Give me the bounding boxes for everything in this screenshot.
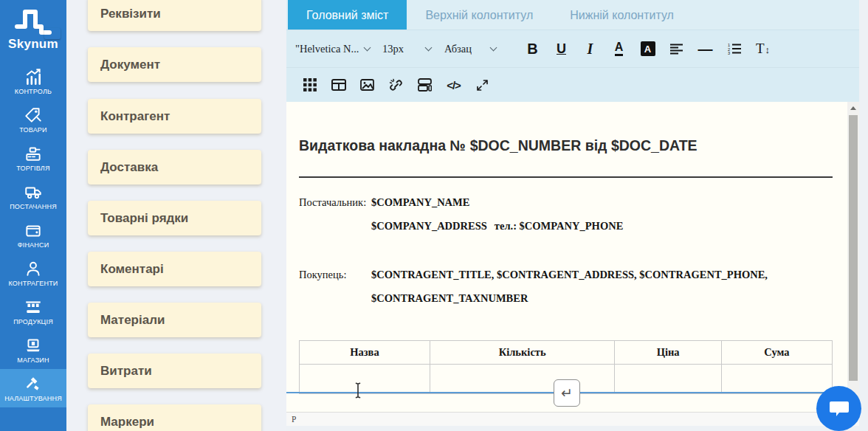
- fullscreen-icon: [476, 79, 489, 92]
- panel-button-markers[interactable]: Маркери: [88, 404, 261, 431]
- editor-toolbar-format: "Helvetica N... 13px Абзац B U I A A — 1…: [286, 30, 859, 68]
- col-header-quantity[interactable]: Кількість: [430, 341, 615, 365]
- code-icon: </>: [447, 79, 461, 92]
- panel-button-contractor[interactable]: Контрагент: [88, 99, 261, 134]
- sidebar-item-production[interactable]: ПРОДУКЦІЯ: [0, 292, 66, 331]
- tab-main-content[interactable]: Головний зміст: [288, 0, 407, 30]
- align-button[interactable]: [662, 34, 691, 63]
- enter-icon: ↵: [561, 385, 573, 401]
- tools-icon: [24, 374, 43, 393]
- sidebar-item-label: ФІНАНСИ: [18, 241, 49, 249]
- scrollbar-up-button[interactable]: [847, 102, 859, 114]
- chevron-down-icon: [490, 44, 497, 52]
- ordered-list-button[interactable]: 1 2 3: [720, 34, 748, 63]
- cell-sum[interactable]: [721, 365, 832, 394]
- supplier-label: Постачальник:: [299, 196, 371, 209]
- background-color-button[interactable]: A: [633, 34, 662, 63]
- line-height-button[interactable]: T↕: [748, 34, 777, 63]
- chevron-down-icon: [425, 44, 433, 52]
- scroll-up-icon: [850, 106, 856, 110]
- sidebar-item-trade[interactable]: ТОРГІВЛЯ: [0, 139, 66, 177]
- panel-button-materials[interactable]: Матеріали: [88, 303, 261, 337]
- editor-scrollbar[interactable]: [847, 102, 859, 412]
- image-icon: [360, 79, 374, 91]
- fullscreen-button[interactable]: [468, 71, 497, 99]
- sidebar-item-finance[interactable]: ФІНАНСИ: [0, 216, 66, 254]
- font-size-value: 13px: [382, 43, 404, 55]
- font-family-dropdown[interactable]: "Helvetica N...: [295, 43, 382, 55]
- chat-widget-button[interactable]: [816, 386, 861, 431]
- underline-button[interactable]: U: [547, 34, 576, 63]
- sidebar-item-label: КОНТРАГЕНТИ: [8, 280, 58, 287]
- insert-table-button[interactable]: [324, 71, 353, 99]
- panel-button-expenses[interactable]: Витрати: [88, 354, 261, 388]
- align-left-icon: [669, 44, 683, 55]
- document-canvas[interactable]: Видаткова накладна № $DOC_NUMBER від $DO…: [286, 102, 859, 412]
- horizontal-rule-button[interactable]: —: [691, 34, 720, 63]
- sidebar-item-label: МАГАЗИН: [17, 356, 49, 364]
- cell-quantity[interactable]: [430, 365, 615, 394]
- price-tag-icon: [24, 106, 43, 125]
- tab-footer[interactable]: Нижній колонтитул: [551, 0, 692, 30]
- supplier-phone-variable: $COMPANY_PHONE: [520, 220, 624, 232]
- cell-price[interactable]: [615, 365, 721, 394]
- variables-grid-button[interactable]: [295, 71, 324, 99]
- sidebar-item-supply[interactable]: ПОСТАЧАННЯ: [0, 177, 66, 216]
- ukraine-flag-icon: [44, 28, 61, 39]
- paragraph-format-value: Абзац: [444, 43, 472, 55]
- editor-statusbar: P: [286, 412, 859, 426]
- col-header-name[interactable]: Назва: [300, 341, 430, 365]
- font-family-value: "Helvetica N...: [295, 43, 359, 55]
- buyer-variables-line1: $CONTRAGENT_TITLE, $CONTRAGENT_ADDRESS, …: [371, 269, 768, 281]
- col-header-sum[interactable]: Сума: [721, 341, 832, 365]
- source-code-button[interactable]: </>: [439, 71, 468, 99]
- text-cursor-icon: [354, 382, 362, 399]
- panel-button-requisites[interactable]: Реквізити: [88, 0, 261, 31]
- horizontal-rule-icon: —: [698, 41, 713, 58]
- sidebar-item-goods[interactable]: ТОВАРИ: [0, 100, 66, 139]
- brand-name: Skynum: [0, 37, 66, 52]
- bold-button[interactable]: B: [518, 34, 547, 63]
- divider: [299, 176, 833, 178]
- panel-button-delivery[interactable]: Доставка: [88, 150, 261, 185]
- page-layout-icon: [418, 78, 432, 92]
- line-height-icon: T↕: [756, 41, 770, 57]
- scrollbar-thumb[interactable]: [849, 115, 858, 381]
- sidebar-item-control[interactable]: КОНТРОЛЬ: [0, 62, 66, 100]
- buyer-row: Покупець: $CONTRAGENT_TITLE, $CONTRAGENT…: [299, 269, 768, 281]
- sidebar-item-contractors[interactable]: КОНТРАГЕНТИ: [0, 254, 66, 292]
- supplier-address-variable: $COMPANY_ADDRESS: [371, 220, 487, 232]
- page-sections-button[interactable]: [410, 71, 439, 99]
- paragraph-format-dropdown[interactable]: Абзац: [444, 43, 518, 55]
- document-title: Видаткова накладна № $DOC_NUMBER від $DO…: [299, 137, 698, 154]
- insert-image-button[interactable]: [353, 71, 382, 99]
- table-header-row: Назва Кількість Ціна Сума: [300, 341, 833, 365]
- delivery-truck-icon: [24, 182, 43, 201]
- panel-button-document[interactable]: Документ: [88, 47, 261, 82]
- col-header-price[interactable]: Ціна: [615, 341, 721, 365]
- insert-paragraph-button[interactable]: ↵: [554, 379, 580, 407]
- skynum-logo[interactable]: Skynum: [0, 0, 66, 52]
- sidebar-item-shop[interactable]: МАГАЗИН: [0, 331, 66, 369]
- supplier-address-row: $COMPANY_ADDRESSтел.: $COMPANY_PHONE: [371, 220, 623, 232]
- sidebar-item-settings[interactable]: НАЛАШТУВАННЯ: [0, 369, 66, 407]
- unlink-icon: [389, 78, 403, 92]
- chart-growth-icon: [24, 67, 43, 86]
- production-line-icon: [24, 297, 43, 317]
- sidebar: Skynum КОНТРОЛЬ ТОВАРИ ТОРГІ: [0, 0, 66, 431]
- svg-text:3: 3: [728, 51, 730, 55]
- template-sections-panel: Реквізити Документ Контрагент Доставка Т…: [66, 0, 286, 431]
- panel-button-comments[interactable]: Коментарі: [88, 252, 261, 286]
- wallet-icon: [24, 221, 43, 240]
- italic-button[interactable]: I: [576, 34, 604, 63]
- unlink-button[interactable]: [382, 71, 410, 99]
- sidebar-item-label: КОНТРОЛЬ: [15, 88, 52, 95]
- italic-icon: I: [588, 41, 593, 58]
- sidebar-item-label: ПРОДУКЦІЯ: [13, 318, 53, 325]
- panel-button-product-rows[interactable]: Товарні рядки: [88, 201, 261, 235]
- tab-header[interactable]: Верхній колонтитул: [407, 0, 551, 30]
- blocks-grid-icon: [303, 78, 317, 92]
- font-size-dropdown[interactable]: 13px: [382, 43, 444, 55]
- cell-name[interactable]: [300, 365, 430, 394]
- text-color-button[interactable]: A: [604, 34, 633, 63]
